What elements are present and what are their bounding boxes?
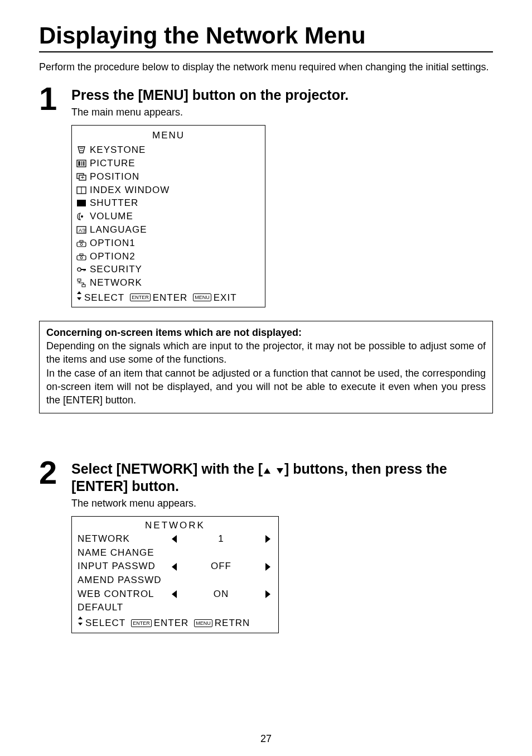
svg-rect-15 [77, 242, 86, 247]
step-1-number: 1 [39, 84, 71, 113]
svg-rect-25 [78, 279, 81, 281]
osd-row-input-passwd: INPUT PASSWD OFF [78, 560, 273, 574]
footer-enter: ENTER [154, 617, 189, 630]
menu-key-icon: MENU [193, 293, 211, 301]
osd-item-network: NETWORK [76, 276, 260, 290]
enter-key-icon: ENTER [131, 619, 152, 627]
right-arrow-icon [265, 563, 270, 571]
svg-marker-32 [78, 617, 83, 619]
osd-row-label: INPUT PASSWD [78, 560, 170, 574]
updown-arrows-icon [76, 291, 82, 305]
step-2-heading: Select [NETWORK] with the [ ] buttons, t… [71, 461, 493, 494]
updown-arrows-icon [78, 616, 83, 630]
osd-main-menu: MENU KEYSTONE PICTURE [71, 125, 265, 307]
step-1-heading: Press the [MENU] button on the projector… [71, 87, 493, 103]
svg-rect-22 [81, 269, 85, 270]
osd-row-label: NAME CHANGE [78, 546, 170, 560]
osd-item-position: POSITION [76, 170, 260, 184]
step-2-number: 2 [39, 458, 71, 487]
svg-point-21 [78, 268, 81, 271]
osd-item-label: OPTION2 [90, 250, 136, 263]
keystone-icon [76, 146, 86, 155]
option1-icon [76, 239, 86, 248]
osd-item-security: SECURITY [76, 263, 260, 276]
note-line-1: Depending on the signals which are input… [46, 340, 486, 365]
note-box: Concerning on-screen items which are not… [39, 321, 493, 413]
down-triangle-icon [275, 462, 284, 478]
osd-item-label: SHUTTER [90, 196, 138, 210]
svg-rect-24 [85, 269, 86, 271]
osd-network-menu: NETWORK NETWORK 1 NAME CHANGE INPUT PASS… [71, 516, 279, 633]
footer-select: SELECT [84, 291, 124, 305]
svg-rect-19 [80, 254, 83, 256]
osd-item-label: VOLUME [90, 210, 133, 223]
osd-row-network: NETWORK 1 [78, 532, 273, 546]
osd-item-keystone: KEYSTONE [76, 143, 260, 157]
note-title: Concerning on-screen items which are not… [46, 327, 302, 338]
left-arrow-icon [172, 535, 177, 543]
footer-select: SELECT [85, 617, 125, 630]
step-2-subtext: The network menu appears. [71, 498, 493, 509]
network-icon [76, 278, 86, 287]
svg-rect-4 [81, 161, 83, 166]
svg-marker-33 [78, 623, 83, 625]
osd-main-footer: SELECT ENTER ENTER MENU EXIT [76, 291, 260, 305]
osd-item-label: SECURITY [90, 263, 142, 276]
footer-retrn: RETRN [215, 617, 250, 630]
svg-rect-26 [82, 285, 85, 287]
svg-rect-23 [84, 269, 85, 271]
svg-rect-18 [77, 256, 86, 260]
osd-item-label: POSITION [90, 170, 139, 184]
osd-item-language: A字 LANGUAGE [76, 223, 260, 237]
footer-enter: ENTER [153, 291, 188, 305]
svg-point-11 [81, 215, 83, 218]
osd-network-footer: SELECT ENTER ENTER MENU RETRN [78, 616, 273, 630]
osd-item-option2: OPTION2 [76, 250, 260, 263]
osd-item-picture: PICTURE [76, 157, 260, 170]
osd-item-option1: OPTION1 [76, 237, 260, 250]
osd-network-title: NETWORK [78, 519, 273, 533]
svg-rect-5 [83, 161, 85, 166]
svg-rect-3 [79, 161, 80, 166]
osd-row-value: 1 [218, 532, 224, 546]
option2-icon [76, 252, 86, 261]
index-window-icon [76, 186, 86, 195]
svg-point-17 [80, 243, 83, 245]
osd-row-value: OFF [211, 560, 231, 574]
left-arrow-icon [172, 563, 177, 571]
svg-text:字: 字 [82, 228, 86, 233]
osd-item-label: NETWORK [90, 276, 142, 290]
title-divider [39, 51, 493, 52]
osd-main-title: MENU [76, 129, 260, 142]
left-arrow-icon [172, 590, 177, 598]
volume-icon [76, 212, 86, 221]
up-triangle-icon [263, 462, 272, 478]
osd-row-label: NETWORK [78, 532, 170, 546]
position-icon [76, 172, 86, 181]
note-line-2: In the case of an item that cannot be ad… [46, 368, 486, 406]
svg-marker-31 [277, 468, 283, 474]
step-1-subtext: The main menu appears. [71, 107, 493, 118]
osd-item-label: KEYSTONE [90, 143, 146, 157]
osd-item-label: OPTION1 [90, 237, 136, 250]
osd-row-amend-passwd: AMEND PASSWD [78, 574, 273, 588]
svg-rect-10 [77, 200, 86, 206]
footer-exit: EXIT [214, 291, 237, 305]
right-arrow-icon [265, 535, 270, 543]
osd-row-label: DEFAULT [78, 601, 170, 615]
svg-marker-30 [264, 468, 270, 474]
svg-marker-28 [77, 291, 81, 294]
osd-row-default: DEFAULT [78, 601, 273, 615]
osd-item-index-window: INDEX WINDOW [76, 184, 260, 197]
svg-point-20 [80, 257, 83, 259]
osd-row-label: AMEND PASSWD [78, 574, 170, 588]
osd-item-label: LANGUAGE [90, 223, 147, 237]
step-2: 2 Select [NETWORK] with the [ ] buttons,… [39, 458, 493, 633]
page-number: 27 [0, 733, 532, 745]
step-1: 1 Press the [MENU] button on the project… [39, 84, 493, 307]
page-title: Displaying the Network Menu [39, 22, 493, 49]
step-2-heading-pre: Select [NETWORK] with the [ [71, 461, 263, 476]
osd-row-label: WEB CONTROL [78, 588, 170, 601]
right-arrow-icon [265, 590, 270, 598]
intro-text: Perform the procedure below to display t… [39, 60, 493, 74]
